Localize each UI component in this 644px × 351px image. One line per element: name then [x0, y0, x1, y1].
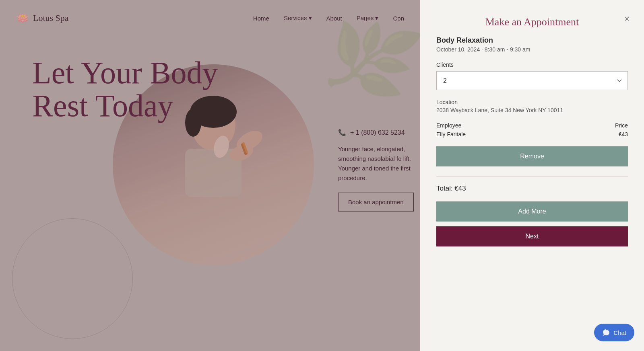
location-label: Location	[436, 99, 628, 105]
chat-bubble-icon	[603, 329, 610, 336]
panel-body: Body Relaxation October 10, 2024 · 8:30 …	[420, 36, 644, 351]
divider	[436, 176, 628, 177]
employee-price-header: Employee Price	[436, 122, 628, 129]
service-name: Body Relaxation	[436, 36, 628, 45]
total-label: Total: €43	[436, 185, 628, 193]
clients-label: Clients	[436, 62, 628, 68]
remove-button[interactable]: Remove	[436, 146, 628, 166]
employee-price-values: Elly Faritale €43	[436, 131, 628, 138]
next-button[interactable]: Next	[436, 226, 628, 246]
clients-select[interactable]: 1 2 3 4 5	[436, 71, 628, 90]
panel-header: Make an Appointment ×	[420, 0, 644, 36]
appointment-panel: Make an Appointment × Body Relaxation Oc…	[420, 0, 644, 351]
panel-title: Make an Appointment	[485, 16, 579, 28]
employee-name: Elly Faritale	[436, 131, 466, 138]
location-address: 2038 Wayback Lane, Suite 34 New York NY …	[436, 107, 628, 113]
add-more-button[interactable]: Add More	[436, 201, 628, 222]
service-datetime: October 10, 2024 · 8:30 am - 9:30 am	[436, 46, 628, 53]
chat-label: Chat	[613, 329, 626, 336]
price-label: Price	[615, 122, 628, 129]
dim-overlay	[0, 0, 420, 351]
chat-button[interactable]: Chat	[594, 324, 634, 341]
close-button[interactable]: ×	[624, 14, 630, 23]
price-value: €43	[619, 131, 628, 138]
chat-icon	[602, 328, 610, 337]
employee-label: Employee	[436, 122, 461, 129]
